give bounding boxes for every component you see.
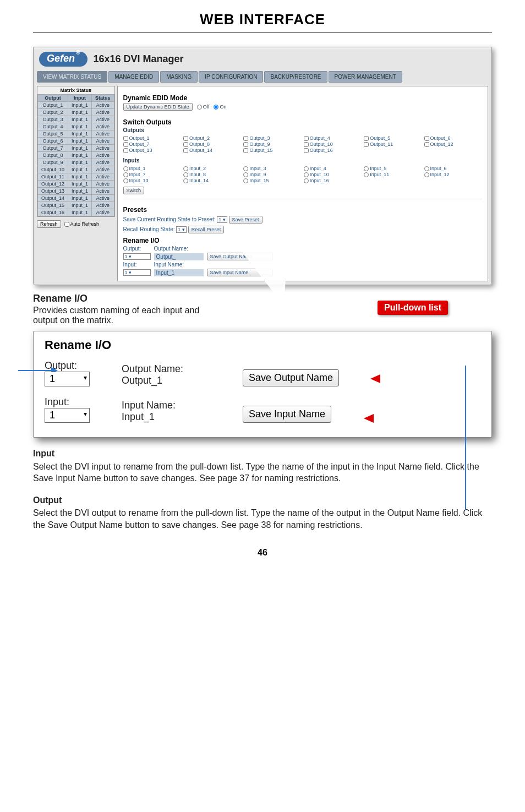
rename-output-value[interactable]: Output_ <box>154 253 204 260</box>
input-radio-input[interactable] <box>123 166 128 171</box>
output-checkbox[interactable]: Output_11 <box>364 141 422 147</box>
tab-masking[interactable]: MASKING <box>160 71 198 83</box>
rename-output-select[interactable]: 1 ▾ <box>123 253 151 260</box>
tab-view-matrix-status[interactable]: VIEW MATRIX STATUS <box>37 71 107 83</box>
input-radio-input[interactable] <box>304 166 309 171</box>
input-radio-input[interactable] <box>364 166 369 171</box>
input-radio-input[interactable] <box>304 178 309 183</box>
save-input-name-button-sm[interactable]: Save Input Name <box>207 269 273 276</box>
input-radio[interactable]: Input_11 <box>364 172 422 177</box>
input-radio[interactable]: Input_8 <box>183 172 241 177</box>
output-checkbox[interactable]: Output_13 <box>123 148 181 153</box>
input-radio[interactable]: Input_1 <box>123 166 181 171</box>
input-radio[interactable]: Input_13 <box>123 178 181 183</box>
output-checkbox-input[interactable] <box>183 136 188 141</box>
recall-preset-select[interactable]: 1 ▾ <box>176 226 187 233</box>
zoom-input-label: Input: <box>45 396 111 408</box>
tab-power-management[interactable]: POWER MANAGEMENT <box>329 71 402 83</box>
outputs-grid: Output_1Output_2Output_3Output_4Output_5… <box>123 135 482 153</box>
output-checkbox[interactable]: Output_9 <box>243 141 301 147</box>
output-checkbox[interactable]: Output_2 <box>183 135 241 141</box>
save-preset-button[interactable]: Save Preset <box>229 216 262 224</box>
input-radio-input[interactable] <box>304 172 309 177</box>
input-radio-input[interactable] <box>123 178 128 183</box>
output-checkbox-input[interactable] <box>123 142 128 147</box>
input-radio-input[interactable] <box>424 166 429 171</box>
zoom-input-value[interactable]: Input_1 <box>122 411 232 423</box>
leader-arrow-save-input <box>364 414 374 423</box>
input-radio[interactable]: Input_6 <box>424 166 482 171</box>
output-checkbox-input[interactable] <box>183 142 188 147</box>
input-radio[interactable]: Input_7 <box>123 172 181 177</box>
output-checkbox-input[interactable] <box>364 142 369 147</box>
output-checkbox[interactable]: Output_7 <box>123 141 181 147</box>
auto-refresh-input[interactable] <box>64 222 69 227</box>
output-checkbox-input[interactable] <box>304 136 309 141</box>
save-preset-select[interactable]: 1 ▾ <box>217 216 227 223</box>
output-checkbox-input[interactable] <box>123 136 128 141</box>
auto-refresh-checkbox[interactable]: Auto Refresh <box>64 221 100 227</box>
input-radio[interactable]: Input_16 <box>304 178 362 183</box>
update-dynamic-edid-button[interactable]: Update Dynamic EDID State <box>123 103 193 111</box>
rename-output-label: Output: <box>123 246 151 252</box>
tab-ip-configuration[interactable]: IP CONFIGURATION <box>199 71 263 83</box>
tab-manage-edid[interactable]: MANAGE EDID <box>108 71 159 83</box>
zoom-save-output-button[interactable]: Save Output Name <box>243 369 339 386</box>
input-radio[interactable]: Input_14 <box>183 178 241 183</box>
refresh-button[interactable]: Refresh <box>37 220 61 228</box>
output-checkbox[interactable]: Output_16 <box>304 148 362 153</box>
output-checkbox[interactable]: Output_5 <box>364 135 422 141</box>
tab-backup-restore[interactable]: BACKUP/RESTORE <box>264 71 327 83</box>
edid-on-radio[interactable]: On <box>214 104 226 110</box>
output-checkbox-input[interactable] <box>243 136 248 141</box>
output-checkbox-input[interactable] <box>304 142 309 147</box>
output-checkbox[interactable]: Output_15 <box>243 148 301 153</box>
output-checkbox-input[interactable] <box>243 142 248 147</box>
output-checkbox-input[interactable] <box>243 148 248 153</box>
input-radio[interactable]: Input_4 <box>304 166 362 171</box>
input-radio-input[interactable] <box>243 178 248 183</box>
output-checkbox[interactable]: Output_10 <box>304 141 362 147</box>
input-radio-input[interactable] <box>123 172 128 177</box>
output-checkbox-input[interactable] <box>424 142 429 147</box>
input-radio[interactable]: Input_9 <box>243 172 301 177</box>
dynamic-edid-title: Dynamic EDID Mode <box>123 94 482 102</box>
zoom-save-input-button[interactable]: Save Input Name <box>243 406 331 423</box>
save-output-name-button-sm[interactable]: Save Output Name <box>207 253 273 260</box>
output-checkbox-input[interactable] <box>183 148 188 153</box>
input-radio-input[interactable] <box>243 172 248 177</box>
input-radio[interactable]: Input_5 <box>364 166 422 171</box>
rename-input-select[interactable]: 1 ▾ <box>123 269 151 276</box>
output-checkbox-input[interactable] <box>424 136 429 141</box>
output-checkbox-input[interactable] <box>304 148 309 153</box>
input-radio[interactable]: Input_3 <box>243 166 301 171</box>
rename-input-value[interactable]: Input_1 <box>154 269 204 276</box>
output-checkbox[interactable]: Output_14 <box>183 148 241 153</box>
zoom-output-select[interactable]: 1 <box>45 372 90 386</box>
output-checkbox[interactable]: Output_1 <box>123 135 181 141</box>
input-radio-input[interactable] <box>183 166 188 171</box>
output-checkbox-input[interactable] <box>123 148 128 153</box>
output-checkbox-input[interactable] <box>364 136 369 141</box>
zoom-input-select[interactable]: 1 <box>45 408 90 423</box>
output-checkbox[interactable]: Output_8 <box>183 141 241 147</box>
input-radio[interactable]: Input_2 <box>183 166 241 171</box>
zoom-output-value[interactable]: Output_1 <box>122 375 232 386</box>
table-cell: Input_1 <box>68 109 92 116</box>
input-radio[interactable]: Input_12 <box>424 172 482 177</box>
output-checkbox[interactable]: Output_6 <box>424 135 482 141</box>
recall-preset-button[interactable]: Recall Preset <box>188 226 225 233</box>
edid-off-radio[interactable]: Off <box>197 104 210 110</box>
input-radio-input[interactable] <box>183 172 188 177</box>
output-checkbox[interactable]: Output_12 <box>424 141 482 147</box>
input-radio[interactable]: Input_10 <box>304 172 362 177</box>
input-radio-input[interactable] <box>183 178 188 183</box>
output-checkbox[interactable]: Output_4 <box>304 135 362 141</box>
input-radio-input[interactable] <box>243 166 248 171</box>
input-radio[interactable]: Input_15 <box>243 178 301 183</box>
output-checkbox[interactable]: Output_3 <box>243 135 301 141</box>
input-radio-input[interactable] <box>364 172 369 177</box>
input-radio-input[interactable] <box>424 172 429 177</box>
save-preset-label: Save Current Routing State to Preset: <box>123 216 216 222</box>
switch-button[interactable]: Switch <box>123 187 145 194</box>
